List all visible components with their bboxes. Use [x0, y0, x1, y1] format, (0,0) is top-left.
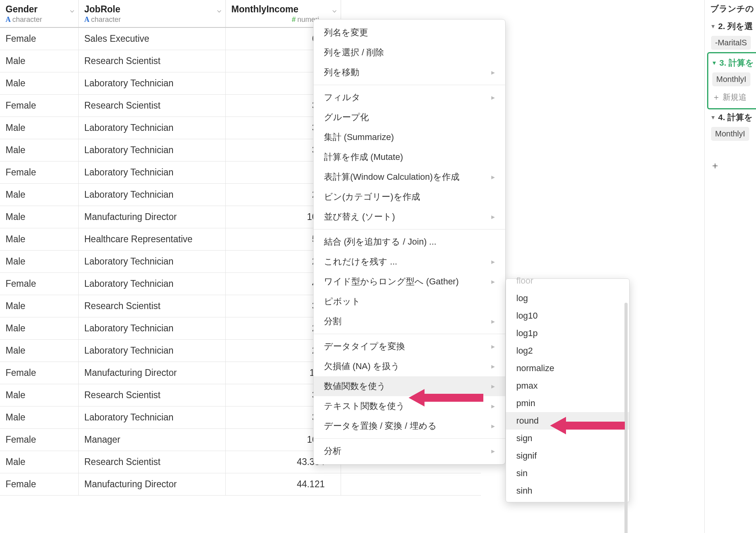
cell-income: 44.121: [226, 473, 341, 495]
step-chip[interactable]: MonthlyI: [711, 127, 749, 141]
cell-gender: Male: [0, 139, 79, 161]
chevron-right-icon: ▸: [491, 173, 495, 181]
menu-item-label: データを置換 / 変換 / 埋める: [324, 420, 437, 432]
chevron-right-icon: ▸: [491, 93, 495, 102]
submenu-item[interactable]: pmax: [506, 377, 629, 395]
menu-item-label: 列を移動: [324, 66, 359, 78]
caret-down-icon: ▼: [710, 23, 716, 29]
column-header-jobrole[interactable]: JobRole A character ⌵: [79, 0, 226, 27]
char-type-icon: A: [84, 16, 89, 24]
submenu-item[interactable]: sinh: [506, 482, 629, 500]
menu-item[interactable]: 並び替え (ソート)▸: [314, 207, 505, 227]
step-title: 3. 計算を: [719, 57, 754, 68]
chevron-right-icon: ▸: [491, 447, 495, 455]
menu-item[interactable]: 列を移動▸: [314, 62, 505, 82]
menu-item-label: ビン(カテゴリー)を作成: [324, 191, 420, 203]
menu-item-label: ワイド型からロング型へ (Gather): [324, 276, 459, 288]
table-row[interactable]: FemaleManufacturing Director44.121: [0, 473, 481, 496]
menu-item[interactable]: ビン(カテゴリー)を作成: [314, 187, 505, 207]
chevron-right-icon: ▸: [491, 68, 495, 77]
cell-jobrole: Manufacturing Director: [79, 362, 226, 384]
cell-gender: Male: [0, 117, 79, 139]
cell-gender: Female: [0, 161, 79, 183]
cell-jobrole: Laboratory Technician: [79, 184, 226, 206]
cell-gender: Male: [0, 407, 79, 428]
menu-separator: [314, 438, 505, 439]
step-head: ▼ 3. 計算を: [711, 57, 756, 68]
step-3-active[interactable]: ▼ 3. 計算を MonthlyI ＋ 新規追: [707, 52, 756, 109]
cell-jobrole: Manufacturing Director: [79, 473, 226, 495]
menu-item-label: 分割: [324, 315, 341, 327]
cell-jobrole: Healthcare Representative: [79, 228, 226, 250]
numeric-functions-submenu: floorloglog10log1plog2normalizepmaxpminr…: [506, 278, 630, 502]
menu-item[interactable]: フィルタ▸: [314, 88, 505, 107]
cell-gender: Male: [0, 295, 79, 317]
menu-item[interactable]: 結合 (列を追加する / Join) ...: [314, 232, 505, 252]
menu-item-label: 数値関数を使う: [324, 380, 386, 392]
chevron-down-icon[interactable]: ⌵: [217, 6, 221, 14]
menu-item-label: ピボット: [324, 296, 361, 307]
menu-item[interactable]: 列名を変更: [314, 23, 505, 43]
step-title: 4. 計算を: [718, 112, 753, 123]
menu-item-label: 並び替え (ソート): [324, 211, 395, 223]
chevron-down-icon[interactable]: ⌵: [70, 6, 74, 14]
submenu-item[interactable]: log10: [506, 307, 629, 325]
submenu-item[interactable]: floor: [506, 276, 629, 290]
char-type-icon: A: [6, 16, 11, 24]
column-name: MonthlyIncome: [231, 4, 335, 15]
step-4[interactable]: ▼ 4. 計算を MonthlyI: [705, 109, 756, 143]
chevron-right-icon: ▸: [491, 212, 495, 221]
menu-item-label: 列名を変更: [324, 27, 368, 39]
chevron-right-icon: ▸: [491, 402, 495, 410]
cell-gender: Female: [0, 473, 79, 495]
cell-jobrole: Laboratory Technician: [79, 72, 226, 94]
cell-jobrole: Laboratory Technician: [79, 273, 226, 295]
menu-item[interactable]: データを置換 / 変換 / 埋める▸: [314, 416, 505, 436]
submenu-item[interactable]: log: [506, 290, 629, 307]
menu-separator: [314, 334, 505, 334]
menu-item-label: 分析: [324, 445, 341, 457]
column-header-gender[interactable]: Gender A character ⌵: [0, 0, 79, 27]
submenu-item[interactable]: log1p: [506, 325, 629, 342]
menu-item[interactable]: ワイド型からロング型へ (Gather)▸: [314, 272, 505, 292]
menu-item[interactable]: 欠損値 (NA) を扱う▸: [314, 356, 505, 376]
svg-marker-1: [550, 417, 625, 434]
cell-jobrole: Research Scientist: [79, 384, 226, 406]
menu-item-label: テキスト関数を使う: [324, 400, 405, 412]
menu-item[interactable]: 分析▸: [314, 441, 505, 461]
menu-item[interactable]: 表計算(Window Calculation)を作成▸: [314, 167, 505, 187]
cell-gender: Male: [0, 340, 79, 362]
menu-item[interactable]: 列を選択 / 削除: [314, 43, 505, 62]
submenu-item[interactable]: signif: [506, 447, 629, 465]
annotation-arrow-numeric-functions: [409, 386, 484, 410]
submenu-item[interactable]: pmin: [506, 395, 629, 412]
chevron-right-icon: ▸: [491, 257, 495, 266]
menu-item[interactable]: 計算を作成 (Mutate): [314, 147, 505, 167]
step-2[interactable]: ▼ 2. 列を選 -MaritalS: [705, 18, 756, 52]
cell-gender: Male: [0, 206, 79, 228]
annotation-arrow-round: [550, 414, 626, 438]
menu-item-label: フィルタ: [324, 91, 361, 103]
step-chip[interactable]: MonthlyI: [712, 72, 750, 86]
submenu-item[interactable]: normalize: [506, 360, 629, 377]
menu-item[interactable]: グループ化: [314, 107, 505, 127]
caret-down-icon: ▼: [711, 60, 717, 66]
chevron-right-icon: ▸: [491, 277, 495, 286]
chevron-down-icon[interactable]: ⌵: [332, 6, 337, 14]
cell-gender: Female: [0, 362, 79, 384]
cell-gender: Female: [0, 28, 79, 50]
cell-gender: Female: [0, 429, 79, 451]
submenu-item[interactable]: sin: [506, 465, 629, 482]
submenu-item[interactable]: log2: [506, 342, 629, 360]
step-chip[interactable]: -MaritalS: [711, 36, 751, 50]
menu-item[interactable]: ピボット: [314, 292, 505, 311]
cell-jobrole: Manufacturing Director: [79, 206, 226, 228]
menu-item[interactable]: 集計 (Summarize): [314, 127, 505, 147]
menu-item[interactable]: データタイプを変換▸: [314, 337, 505, 356]
menu-item[interactable]: 分割▸: [314, 311, 505, 331]
chevron-right-icon: ▸: [491, 342, 495, 351]
menu-item[interactable]: これだけを残す ...▸: [314, 252, 505, 272]
new-step-button[interactable]: ＋: [710, 159, 756, 172]
add-new[interactable]: ＋ 新規追: [712, 92, 756, 103]
menu-item-label: データタイプを変換: [324, 340, 405, 352]
